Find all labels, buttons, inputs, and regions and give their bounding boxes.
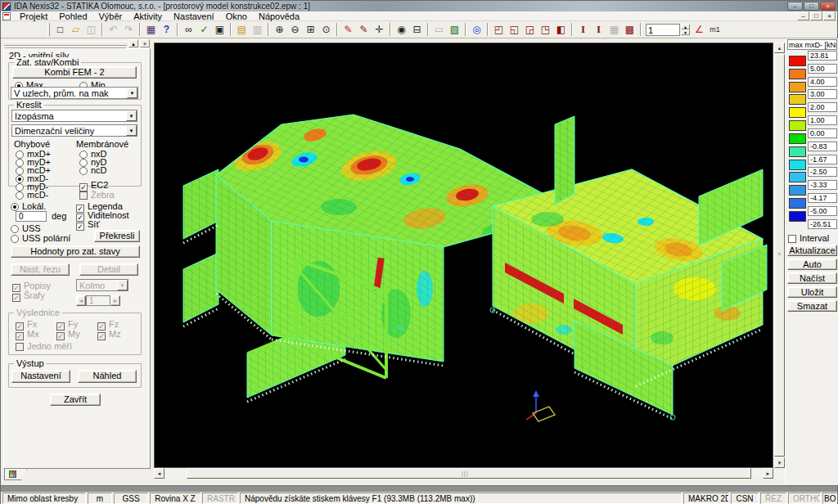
checkbox-icon[interactable] [56, 332, 65, 340]
checkbox-icon[interactable] [79, 191, 88, 200]
status-rez[interactable]: ŘEZ [760, 493, 786, 504]
vertical-scrollbar[interactable]: ▲ ≡ ▼ [774, 43, 785, 479]
quantity-dropdown[interactable]: Dimenzační veličiny▼ [11, 124, 137, 137]
radio-icon[interactable] [11, 235, 19, 243]
legend-value[interactable]: 5.00 [808, 64, 837, 74]
chevron-down-icon[interactable]: ▼ [117, 280, 128, 290]
auto-button[interactable]: Auto [787, 259, 837, 270]
kolmo-dropdown[interactable]: Kolmo▼ [76, 279, 128, 291]
prekresli-button[interactable]: Překresli [94, 230, 140, 242]
radio-mcd-minus[interactable]: mcD- [16, 190, 48, 200]
zoom-out-icon[interactable]: ⊖ [287, 22, 303, 37]
mdi-restore-button[interactable]: □ [810, 11, 822, 20]
checkbox-interval[interactable]: Interval [788, 233, 829, 243]
draw-style-dropdown[interactable]: Izopásma▼ [11, 110, 137, 122]
checkbox-icon[interactable] [76, 223, 84, 231]
redo-icon[interactable]: ↷ [121, 22, 137, 37]
chevron-down-icon[interactable]: ▼ [126, 110, 137, 121]
status-rastr[interactable]: RASTR [202, 493, 238, 504]
close-button[interactable]: × [820, 2, 836, 11]
chevron-down-icon[interactable]: ▼ [127, 88, 137, 98]
checkbox-mx[interactable]: Mx [16, 329, 39, 340]
checkbox-srafy[interactable]: Šrafy [12, 290, 45, 302]
checkbox-mz[interactable]: Mz [97, 329, 121, 340]
edit-pencil-icon[interactable]: ✎ [340, 22, 356, 37]
legend-value[interactable]: -1.67 [808, 155, 837, 164]
render-mode-1-icon[interactable]: ◰ [491, 22, 507, 37]
print-icon[interactable]: ⊟ [409, 22, 425, 37]
render-mode-3-icon[interactable]: ◲ [522, 22, 538, 37]
nahled-button[interactable]: Náhled [78, 370, 137, 383]
accept-icon[interactable]: ✓ [196, 22, 212, 37]
legend-value[interactable]: 4.00 [808, 77, 837, 87]
menu-projekt[interactable]: Projekt [14, 11, 53, 21]
toolbar-grip[interactable] [47, 23, 50, 36]
status-units[interactable]: m [88, 493, 112, 504]
vertical-scroll-thumb[interactable]: ≡ [774, 54, 785, 457]
menu-okno[interactable]: Okno [220, 11, 253, 21]
legend-value[interactable]: 23.81 [808, 51, 837, 61]
render-mode-4-icon[interactable]: ◳ [538, 22, 553, 37]
results-table-icon[interactable]: ▦ [143, 22, 159, 37]
render-mode-5-icon[interactable]: ◧ [553, 22, 569, 37]
legend-value[interactable]: 3.00 [808, 89, 837, 99]
radio-icon[interactable] [11, 225, 19, 233]
radio-icon[interactable] [16, 191, 24, 200]
spinner-up-icon[interactable]: ▲ [681, 24, 690, 29]
camera-icon[interactable]: ◉ [394, 22, 409, 37]
radio-icon[interactable] [79, 167, 88, 175]
radio-icon[interactable] [11, 203, 19, 211]
save-icon[interactable]: ◫ [83, 22, 99, 37]
maximize-button[interactable]: □ [804, 2, 819, 11]
legend-value[interactable]: -26.51 [808, 219, 837, 229]
menu-vyber[interactable]: Výběr [93, 11, 128, 21]
status-csn[interactable]: CSN [731, 493, 759, 504]
horizontal-scroll-thumb[interactable]: ||| [187, 468, 751, 479]
radio-ncd[interactable]: ncD [79, 165, 107, 175]
nast-rezu-button[interactable]: Nast. řezu [11, 263, 70, 276]
open-icon[interactable]: ▱ [68, 22, 83, 37]
checkbox-icon[interactable] [16, 332, 24, 340]
grid-dark-icon[interactable]: ▩ [622, 22, 638, 37]
section-i-1-icon[interactable]: I [575, 22, 591, 37]
render-mode-2-icon[interactable]: ◱ [507, 22, 522, 37]
checkbox-icon[interactable] [788, 235, 796, 243]
checkbox-icon[interactable] [16, 343, 24, 351]
menu-napoveda[interactable]: Nápověda [253, 11, 305, 21]
ulozit-button[interactable]: Uložit [787, 286, 837, 298]
zoom-in-icon[interactable]: ⊕ [272, 22, 287, 37]
image-icon[interactable]: ▨ [447, 22, 462, 37]
new-icon[interactable]: □ [52, 22, 68, 37]
zoom-window-icon[interactable]: ⊞ [303, 22, 318, 37]
scroll-down-icon[interactable]: ▼ [774, 457, 785, 468]
dock-rollup-icon[interactable]: ▴ [128, 39, 138, 47]
zavrit-button[interactable]: Zavřít [50, 394, 101, 406]
mdi-document-icon[interactable] [2, 12, 11, 20]
scale-graph-icon[interactable]: ∠ [692, 22, 707, 37]
select-node-icon[interactable]: ▣ [212, 22, 228, 37]
nastaveni-button[interactable]: Nastavení [11, 370, 70, 383]
zoom-all-icon[interactable]: ⊙ [318, 22, 334, 37]
aktualizace-button[interactable]: Aktualizace [787, 245, 837, 256]
edit-brush-icon[interactable]: ✎ [356, 22, 372, 37]
scale-spinner[interactable]: 1 ▲▼ [646, 24, 690, 36]
dimension-m1-icon[interactable]: m1 [707, 22, 723, 37]
mdi-minimize-button[interactable]: – [797, 11, 809, 20]
paste-view-icon[interactable]: ▤ [234, 22, 250, 37]
grid-light-icon[interactable]: ▦ [606, 22, 622, 37]
section-spinner[interactable]: ◄ 1 ► [76, 295, 120, 306]
dock-close-icon[interactable]: × [140, 39, 150, 47]
panel-tab[interactable] [4, 469, 27, 480]
status-bod[interactable]: BOD [822, 493, 837, 504]
eval-mode-dropdown[interactable]: V uzlech, prům. na mak▼ [11, 87, 138, 99]
binoculars-icon[interactable]: ∞ [181, 22, 196, 37]
chevron-down-icon[interactable]: ▼ [126, 125, 137, 136]
values-for-loadcases-button[interactable]: Hodnoty pro zat. stavy [11, 245, 140, 258]
minimize-button[interactable]: – [787, 2, 803, 11]
copy-view-icon[interactable]: ▥ [250, 22, 265, 37]
checkbox-zebra[interactable]: Žebra [79, 190, 115, 200]
model-viewport[interactable] [154, 43, 773, 468]
mdi-close-button[interactable]: × [823, 11, 836, 20]
undo-icon[interactable]: ↶ [106, 22, 121, 37]
dock-grip[interactable] [4, 41, 127, 46]
